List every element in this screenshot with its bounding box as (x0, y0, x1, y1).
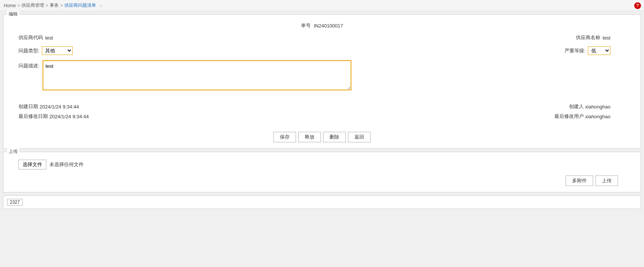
breadcrumb: Home > 供应商管理 > 事务 > 供应商问题清单 ☆ (0, 0, 644, 11)
bottom-number: 2327 (7, 199, 23, 206)
supplier-row: 供应商代码 test 供应商名称 test (18, 34, 626, 41)
edit-panel-legend: 编辑 (7, 11, 19, 17)
upload-panel: 上传 选择文件 未选择任何文件 多附件 上传 (3, 152, 641, 192)
delete-button[interactable]: 删除 (323, 132, 346, 142)
order-label: 单号 (301, 22, 311, 29)
multi-attach-button[interactable]: 多附件 (566, 175, 593, 186)
breadcrumb-home[interactable]: Home (4, 3, 16, 8)
no-file-text: 未选择任何文件 (49, 161, 84, 168)
last-modify-date-value: 2024/1/24 9:34:44 (49, 114, 89, 119)
upload-action-row: 多附件 上传 (18, 175, 626, 186)
breadcrumb-affairs[interactable]: 事务 (50, 2, 59, 9)
choose-file-button[interactable]: 选择文件 (18, 160, 46, 169)
issue-desc-row: 问题描述: test (18, 60, 626, 90)
save-button[interactable]: 保存 (273, 132, 296, 142)
last-modify-date-label: 最后修改日期 (18, 113, 48, 120)
severity-select[interactable]: 低 中 高 (588, 46, 610, 55)
issue-desc-label: 问题描述: (18, 63, 40, 69)
create-info-row: 创建日期 2024/1/24 9:34:44 创建人 xiahonghao (18, 103, 626, 110)
create-date-value: 2024/1/24 9:34:44 (40, 104, 79, 110)
upload-button[interactable]: 上传 (595, 175, 618, 186)
issue-desc-textarea[interactable]: test (43, 60, 351, 90)
order-row: 单号 IN240100017 (18, 22, 626, 29)
issue-type-label: 问题类型: (18, 47, 40, 54)
last-modify-user-label: 最后修改用户 (554, 113, 584, 120)
last-modify-user-value: xiahonghao (585, 114, 610, 119)
supplier-code-value: test (45, 35, 53, 41)
supplier-name-label: 供应商名称 (576, 34, 600, 41)
order-value: IN240100017 (314, 23, 343, 29)
edit-panel: 编辑 单号 IN240100017 供应商代码 test 供应商名称 test (3, 14, 641, 149)
info-section: 创建日期 2024/1/24 9:34:44 创建人 xiahonghao 最后… (18, 103, 626, 123)
creator-label: 创建人 (569, 103, 584, 110)
help-icon[interactable]: ? (634, 2, 641, 9)
upload-file-row: 选择文件 未选择任何文件 (18, 160, 626, 169)
breadcrumb-issue-list: 供应商问题清单 (64, 2, 96, 9)
supplier-name-value: test (603, 35, 610, 41)
upload-panel-legend: 上传 (7, 148, 19, 155)
star-icon[interactable]: ☆ (99, 3, 103, 8)
create-date-label: 创建日期 (18, 103, 38, 110)
supplier-code-label: 供应商代码 (18, 34, 43, 41)
release-button[interactable]: 释放 (298, 132, 321, 142)
bottom-panel: 2327 (3, 195, 641, 209)
issue-type-severity-row: 问题类型: 其他 质量问题 交期问题 价格问题 严重等级: 低 中 (18, 46, 626, 55)
severity-label: 严重等级: (565, 47, 586, 54)
modify-info-row: 最后修改日期 2024/1/24 9:34:44 最后修改用户 xiahongh… (18, 113, 626, 120)
breadcrumb-supplier-mgmt[interactable]: 供应商管理 (21, 2, 44, 9)
action-btn-row: 保存 释放 删除 返回 (18, 132, 626, 142)
creator-value: xiahonghao (585, 104, 610, 110)
issue-type-select[interactable]: 其他 质量问题 交期问题 价格问题 (42, 46, 73, 55)
return-button[interactable]: 返回 (348, 132, 371, 142)
